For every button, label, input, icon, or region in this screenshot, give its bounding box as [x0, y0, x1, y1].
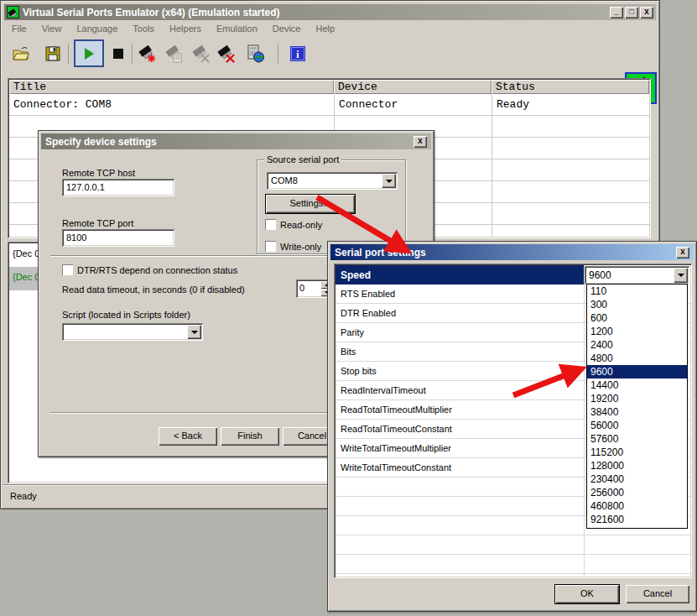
speed-option[interactable]: 57600 [587, 432, 687, 446]
speed-value: 9600 [589, 269, 611, 281]
delete-device-icon[interactable] [190, 44, 211, 64]
speed-option[interactable]: 921600 [587, 513, 687, 526]
speed-option[interactable]: 300 [587, 298, 687, 311]
speed-option[interactable]: 4800 [587, 352, 687, 365]
speed-option[interactable]: 14400 [587, 378, 687, 392]
new-device-icon[interactable] [137, 44, 157, 64]
chevron-down-icon[interactable] [382, 174, 396, 188]
minimize-icon[interactable]: _ [610, 7, 623, 18]
speed-option[interactable]: 19200 [587, 392, 687, 405]
close-icon[interactable]: X [676, 247, 689, 258]
property-row[interactable]: WriteTotalTimeoutConstant [335, 458, 584, 478]
cancel-button[interactable]: Cancel [626, 585, 689, 603]
property-row[interactable]: DTR Enabled [335, 304, 584, 323]
property-row[interactable]: Stop bits [335, 362, 584, 381]
write-only-label: Write-only [280, 242, 321, 252]
device-properties-icon[interactable] [164, 44, 184, 64]
speed-option[interactable]: 56000 [587, 419, 687, 432]
remote-tcp-port-field[interactable]: 8100 [62, 229, 174, 247]
dtr-rts-label: DTR/RTS depend on connection status [77, 265, 237, 275]
desktop: { "main_window": { "title": "Virtual Ser… [0, 0, 697, 616]
dtr-rts-checkbox[interactable] [62, 264, 73, 275]
column-header-device[interactable]: Device [334, 80, 492, 94]
read-only-label: Read-only [280, 220, 322, 230]
menu-item[interactable]: View [34, 22, 70, 36]
write-only-checkbox[interactable] [265, 241, 276, 252]
maximize-icon[interactable]: □ [625, 7, 638, 18]
speed-option[interactable]: 128000 [587, 459, 687, 472]
script-label: Script (located in Scripts folder) [62, 310, 190, 320]
speed-option[interactable]: 460800 [587, 499, 687, 513]
toolbar: i [4, 37, 658, 69]
menu-item[interactable]: Tools [125, 22, 162, 36]
delete-all-devices-icon[interactable] [216, 44, 236, 64]
property-row[interactable]: ReadTotalTimeoutConstant [335, 420, 584, 439]
serial-port-settings-dialog: Serial port settings X SpeedRTS EnabledD… [327, 241, 697, 612]
remote-tcp-host-field[interactable]: 127.0.0.1 [62, 179, 174, 196]
com-port-value: COM8 [271, 175, 298, 185]
toolbar-separator [278, 44, 279, 64]
script-combobox[interactable] [62, 323, 203, 341]
property-row[interactable]: Bits [335, 342, 584, 362]
cell-device[interactable]: Connector [339, 98, 398, 111]
speed-option[interactable]: 230400 [587, 472, 687, 486]
property-row[interactable]: Parity [335, 323, 584, 342]
menu-item[interactable]: File [4, 22, 34, 36]
menu-item[interactable]: Emulation [209, 22, 265, 36]
property-row[interactable]: ReadIntervalTimeout [335, 381, 584, 400]
read-only-checkbox[interactable] [265, 219, 276, 230]
read-timeout-value: 0 [299, 283, 304, 293]
property-row[interactable]: WriteTotalTimeoutMultiplier [335, 439, 584, 458]
speed-option[interactable]: 110 [587, 285, 687, 298]
column-header-status[interactable]: Status [492, 80, 649, 94]
grid-line [584, 265, 585, 577]
menu-item[interactable]: Helpers [162, 22, 209, 36]
speed-option[interactable]: 38400 [587, 405, 687, 419]
toolbar-separator [132, 44, 133, 64]
back-button[interactable]: < Back [159, 427, 217, 446]
chevron-down-icon[interactable] [187, 325, 201, 339]
remote-tcp-port-label: Remote TCP port [62, 218, 133, 228]
dialog-title: Specify device settings [45, 136, 157, 148]
close-icon[interactable]: X [640, 7, 653, 18]
device-table-header: Title Device Status [9, 80, 649, 94]
options-icon[interactable] [246, 44, 266, 64]
speed-option[interactable]: 9600 [587, 365, 687, 378]
chevron-down-icon[interactable] [674, 268, 688, 283]
cell-status[interactable]: Ready [497, 98, 529, 111]
speed-option[interactable]: 256000 [587, 486, 687, 499]
menu-item[interactable]: Device [265, 22, 309, 36]
read-timeout-label: Read data timeout, in seconds (0 if disa… [62, 285, 245, 295]
dialog-titlebar[interactable]: Serial port settings X [330, 244, 694, 260]
property-row[interactable]: Speed [335, 265, 584, 285]
property-row[interactable]: ReadTotalTimeoutMultiplier [335, 400, 584, 420]
property-row[interactable]: RTS Enabled [335, 285, 584, 304]
speed-option[interactable]: 600 [587, 311, 687, 325]
menu-item[interactable]: Language [69, 22, 125, 36]
close-icon[interactable]: X [414, 136, 427, 148]
speed-option[interactable]: 2400 [587, 338, 687, 352]
toolbar-separator [68, 44, 70, 64]
cell-title[interactable]: Connector: COM8 [13, 98, 112, 111]
column-header-title[interactable]: Title [9, 80, 334, 94]
source-serial-port-label: Source serial port [264, 154, 341, 164]
finish-button[interactable]: Finish [221, 427, 279, 446]
com-port-combobox[interactable]: COM8 [267, 172, 398, 190]
save-icon[interactable] [43, 44, 63, 64]
stop-emulation-icon[interactable] [108, 44, 128, 64]
start-emulation-icon[interactable] [74, 39, 104, 67]
speed-option[interactable]: 1200 [587, 325, 687, 338]
dialog-titlebar[interactable]: Specify device settings X [41, 133, 431, 149]
menu-item[interactable]: Help [308, 22, 342, 36]
menubar: FileViewLanguageToolsHelpersEmulationDev… [4, 22, 342, 36]
open-icon[interactable] [11, 44, 31, 64]
speed-dropdown-list: 1103006001200240048009600144001920038400… [586, 284, 688, 529]
speed-option[interactable]: 115200 [587, 446, 687, 459]
ok-button[interactable]: OK [555, 585, 619, 603]
about-info-icon[interactable]: i [288, 44, 308, 64]
settings-button[interactable]: Settings... [266, 195, 355, 213]
remote-tcp-host-label: Remote TCP host [62, 168, 135, 178]
speed-combobox[interactable]: 9600 [585, 266, 689, 285]
dialog-title: Serial port settings [335, 247, 426, 258]
main-titlebar[interactable]: Virtual Serial Ports Emulator (x64) (Emu… [4, 4, 656, 20]
